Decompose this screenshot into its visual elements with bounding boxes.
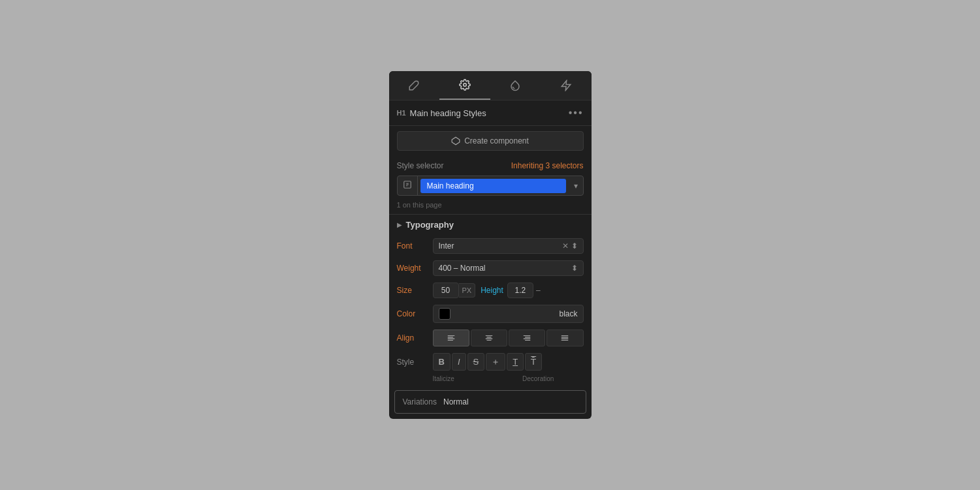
- font-value: Inter: [439, 241, 562, 251]
- create-component-button[interactable]: Create component: [397, 131, 584, 151]
- align-row: Align: [389, 326, 592, 350]
- color-label: Color: [397, 309, 433, 318]
- more-button[interactable]: •••: [569, 107, 584, 119]
- panel-header: H1 Main heading Styles •••: [389, 100, 592, 126]
- typography-panel: H1 Main heading Styles ••• Create compon…: [389, 71, 592, 419]
- tab-bar: [389, 71, 592, 100]
- color-value: black: [559, 309, 577, 318]
- style-sub-labels: Italicize Decoration: [389, 374, 592, 386]
- tab-brush[interactable]: [389, 71, 440, 100]
- text-decoration-button1[interactable]: [486, 353, 505, 371]
- heading-badge: H1: [397, 109, 406, 117]
- selector-dropdown[interactable]: Main heading ▾: [397, 176, 584, 196]
- align-justify-button[interactable]: [546, 329, 583, 346]
- weight-arrow-icon: ⬍: [571, 264, 578, 273]
- typography-section-header[interactable]: ▶ Typography: [389, 214, 592, 235]
- color-row: Color black: [389, 301, 592, 326]
- text-decoration-button2[interactable]: T: [507, 353, 524, 371]
- weight-row: Weight 400 – Normal ⬍: [389, 257, 592, 279]
- variations-row[interactable]: Variations Normal: [394, 390, 586, 414]
- font-clear-icon[interactable]: ✕: [562, 241, 569, 251]
- svg-marker-2: [452, 137, 460, 145]
- color-input[interactable]: black: [433, 305, 584, 323]
- on-page-count: 1 on this page: [389, 198, 592, 214]
- height-label: Height: [481, 286, 503, 295]
- selector-chevron-icon[interactable]: ▾: [569, 177, 583, 194]
- create-component-label: Create component: [464, 136, 529, 145]
- align-right-button[interactable]: [509, 329, 545, 346]
- color-swatch[interactable]: [439, 308, 450, 320]
- font-arrow-icon[interactable]: ⬍: [571, 241, 578, 251]
- tab-drops[interactable]: [490, 71, 541, 100]
- align-buttons: [433, 329, 584, 346]
- weight-input[interactable]: 400 – Normal ⬍: [433, 260, 584, 276]
- align-label: Align: [397, 333, 433, 343]
- height-value[interactable]: 1.2: [507, 283, 533, 298]
- style-selector-label: Style selector: [397, 161, 444, 170]
- tab-settings[interactable]: [439, 71, 490, 100]
- size-label: Size: [397, 286, 433, 295]
- font-label: Font: [397, 241, 433, 251]
- bold-button[interactable]: B: [433, 353, 450, 371]
- selected-selector[interactable]: Main heading: [420, 179, 566, 193]
- size-value[interactable]: 50: [433, 283, 459, 298]
- panel-title: Main heading Styles: [410, 108, 569, 118]
- svg-point-0: [464, 84, 467, 87]
- typography-title: Typography: [406, 220, 454, 230]
- inheriting-count: 3 selectors: [545, 161, 583, 170]
- text-decoration-button3[interactable]: T̄: [525, 353, 542, 371]
- font-input[interactable]: Inter ✕ ⬍: [433, 238, 584, 254]
- section-chevron-icon: ▶: [397, 221, 402, 228]
- weight-label: Weight: [397, 264, 433, 273]
- italic-button[interactable]: I: [452, 353, 466, 371]
- style-buttons: B I S T T̄: [433, 353, 584, 371]
- component-icon: [451, 136, 460, 145]
- height-minus-icon[interactable]: –: [536, 286, 541, 295]
- size-row: Size 50 PX Height 1.2 –: [389, 279, 592, 301]
- selector-icon: [398, 176, 418, 195]
- inheriting-prefix: Inheriting: [511, 161, 543, 170]
- italicize-label: Italicize: [433, 375, 493, 382]
- tab-bolt[interactable]: [541, 71, 592, 100]
- weight-value: 400 – Normal: [439, 264, 486, 273]
- style-row: Style B I S T T̄: [389, 350, 592, 374]
- svg-marker-1: [561, 81, 571, 91]
- strikethrough-button[interactable]: S: [467, 353, 485, 371]
- style-label: Style: [397, 358, 433, 367]
- size-unit[interactable]: PX: [459, 283, 476, 298]
- variations-value: Normal: [443, 397, 469, 406]
- align-center-button[interactable]: [471, 329, 507, 346]
- align-left-button[interactable]: [433, 329, 469, 346]
- font-row: Font Inter ✕ ⬍: [389, 235, 592, 257]
- style-selector-header: Style selector Inheriting 3 selectors: [389, 156, 592, 173]
- inheriting-info: Inheriting 3 selectors: [511, 161, 584, 170]
- decoration-label: Decoration: [493, 375, 584, 382]
- variations-label: Variations: [403, 397, 437, 406]
